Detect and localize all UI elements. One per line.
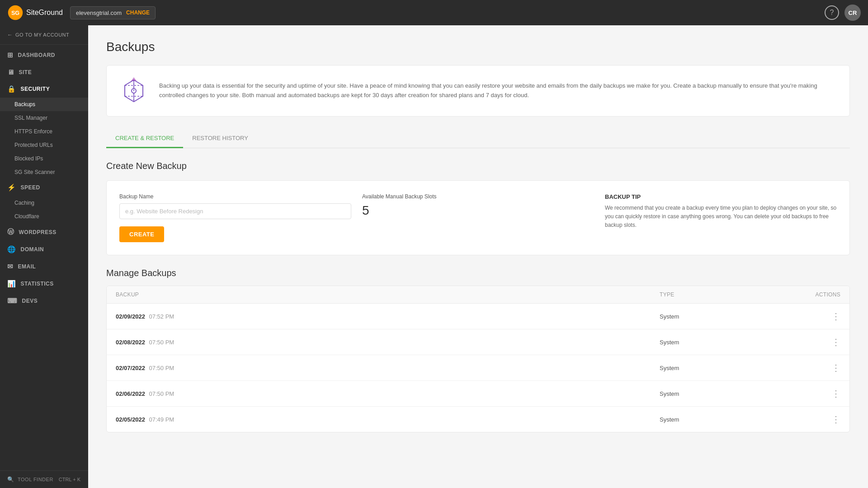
avatar-button[interactable]: CR (844, 5, 861, 21)
backup-type-1: System (660, 339, 795, 346)
table-row: 02/09/2022 07:52 PM System ⋮ (107, 304, 849, 329)
sidebar-item-wordpress[interactable]: Ⓦ WORDPRESS (0, 223, 88, 241)
sidebar-item-speed[interactable]: ⚡ SPEED (0, 179, 88, 196)
sidebar-item-cloudflare[interactable]: Cloudflare (0, 210, 88, 223)
create-section-title: Create New Backup (106, 161, 850, 171)
email-label: EMAIL (18, 263, 36, 270)
sidebar-item-dashboard[interactable]: ⊞ DASHBOARD (0, 47, 88, 64)
chart-icon: 📊 (7, 280, 16, 288)
backup-datetime-2: 02/07/2022 07:50 PM (116, 364, 660, 372)
tab-restore-history[interactable]: RESTORE HISTORY (183, 129, 257, 148)
col-type: Type (660, 291, 795, 298)
sidebar-item-blocked-ips[interactable]: Blocked IPs (0, 152, 88, 165)
backup-time-4: 07:49 PM (149, 416, 175, 423)
create-form-grid: Backup Name CREATE Available Manual Back… (119, 193, 837, 242)
svg-text:SG: SG (11, 10, 19, 16)
tab-create-restore[interactable]: CREATE & RESTORE (106, 129, 183, 148)
backup-date-0: 02/09/2022 (116, 313, 145, 320)
wordpress-label: WORDPRESS (19, 229, 57, 235)
security-label: SECURITY (21, 86, 50, 92)
col-backup: Backup (116, 291, 660, 298)
dashboard-label: DASHBOARD (18, 52, 56, 58)
backup-date-4: 02/05/2022 (116, 416, 145, 423)
topbar: SG SiteGround elevensgtrial.com CHANGE ?… (0, 0, 868, 25)
devs-label: DEVS (22, 298, 38, 304)
create-backup-button[interactable]: CREATE (119, 226, 164, 242)
page-title: Backups (106, 40, 850, 54)
actions-menu-0[interactable]: ⋮ (795, 311, 840, 322)
protected-urls-label: Protected URLs (14, 142, 53, 148)
sidebar-item-backups[interactable]: Backups (0, 98, 88, 111)
grid-icon: ⊞ (7, 51, 14, 59)
actions-menu-4[interactable]: ⋮ (795, 414, 840, 425)
actions-menu-1[interactable]: ⋮ (795, 337, 840, 347)
slots-count: 5 (362, 203, 594, 218)
actions-menu-3[interactable]: ⋮ (795, 388, 840, 399)
table-row: 02/07/2022 07:50 PM System ⋮ (107, 355, 849, 381)
site-selector[interactable]: elevensgtrial.com CHANGE (70, 6, 156, 19)
tool-finder-shortcut: CTRL + K (59, 477, 80, 482)
lock-icon: 🔒 (7, 85, 16, 93)
speed-icon: ⚡ (7, 183, 16, 192)
tool-finder[interactable]: 🔍 TOOL FINDER CTRL + K (0, 470, 88, 488)
backup-date-3: 02/06/2022 (116, 390, 145, 397)
backup-time-3: 07:50 PM (149, 390, 175, 397)
nav-section-main: ⊞ DASHBOARD 🖥 SITE 🔒 SECURITY Backups SS… (0, 45, 88, 311)
cloudflare-label: Cloudflare (14, 213, 39, 220)
envelope-icon: ✉ (7, 263, 14, 271)
backup-type-3: System (660, 390, 795, 397)
backup-type-0: System (660, 313, 795, 320)
table-row: 02/08/2022 07:50 PM System ⋮ (107, 329, 849, 355)
sidebar-item-caching[interactable]: Caching (0, 196, 88, 210)
sidebar-item-domain[interactable]: 🌐 DOMAIN (0, 241, 88, 258)
back-label: GO TO MY ACCOUNT (15, 32, 69, 38)
slots-label: Available Manual Backup Slots (362, 193, 594, 200)
sidebar-item-https-enforce[interactable]: HTTPS Enforce (0, 125, 88, 138)
sidebar-item-site[interactable]: 🖥 SITE (0, 64, 88, 80)
sidebar-item-sg-site-scanner[interactable]: SG Site Scanner (0, 165, 88, 179)
monitor-icon: 🖥 (7, 68, 14, 76)
code-icon: ⌨ (7, 297, 18, 305)
site-domain: elevensgtrial.com (76, 9, 122, 16)
sidebar-item-email[interactable]: ✉ EMAIL (0, 258, 88, 275)
backups-label: Backups (14, 101, 35, 108)
tabs-container: CREATE & RESTORE RESTORE HISTORY (106, 129, 850, 148)
backup-name-input[interactable] (119, 203, 351, 219)
backup-datetime-0: 02/09/2022 07:52 PM (116, 312, 660, 320)
statistics-label: STATISTICS (21, 281, 54, 287)
info-description: Backing up your data is essential for th… (159, 81, 837, 100)
change-site-button[interactable]: CHANGE (126, 9, 150, 16)
backup-type-2: System (660, 365, 795, 371)
backup-time-2: 07:50 PM (149, 365, 175, 371)
create-backup-card: Backup Name CREATE Available Manual Back… (106, 180, 850, 255)
domain-label: DOMAIN (21, 246, 44, 253)
backup-name-label: Backup Name (119, 193, 351, 200)
backups-table: Backup Type Actions 02/09/2022 07:52 PM … (106, 286, 850, 432)
backups-illustration (119, 76, 148, 105)
search-icon: 🔍 (7, 476, 14, 483)
caching-label: Caching (14, 200, 34, 206)
sidebar-item-protected-urls[interactable]: Protected URLs (0, 138, 88, 152)
topbar-right: ? CR (825, 5, 861, 21)
table-row: 02/06/2022 07:50 PM System ⋮ (107, 381, 849, 407)
sg-site-scanner-label: SG Site Scanner (14, 169, 55, 175)
backup-date-1: 02/08/2022 (116, 339, 145, 346)
sidebar-item-ssl-manager[interactable]: SSL Manager (0, 111, 88, 125)
speed-label: SPEED (21, 184, 40, 191)
wordpress-icon: Ⓦ (7, 228, 14, 236)
sidebar-item-devs[interactable]: ⌨ DEVS (0, 292, 88, 310)
backup-tip-box: BACKUP TIP We recommend that you create … (605, 193, 837, 230)
actions-menu-2[interactable]: ⋮ (795, 362, 840, 373)
sidebar-item-statistics[interactable]: 📊 STATISTICS (0, 275, 88, 292)
col-actions: Actions (795, 291, 840, 298)
backup-name-group: Backup Name CREATE (119, 193, 351, 242)
help-button[interactable]: ? (825, 5, 839, 20)
main-content: Backups Backing up your data is essentia… (88, 25, 868, 488)
backup-datetime-1: 02/08/2022 07:50 PM (116, 338, 660, 346)
sidebar: ← GO TO MY ACCOUNT ⊞ DASHBOARD 🖥 SITE 🔒 … (0, 25, 88, 488)
tool-finder-label: TOOL FINDER (18, 477, 53, 482)
backup-date-2: 02/07/2022 (116, 365, 145, 371)
sidebar-item-security[interactable]: 🔒 SECURITY (0, 80, 88, 98)
back-to-account-link[interactable]: ← GO TO MY ACCOUNT (0, 25, 88, 45)
backup-time-1: 07:50 PM (149, 339, 175, 346)
